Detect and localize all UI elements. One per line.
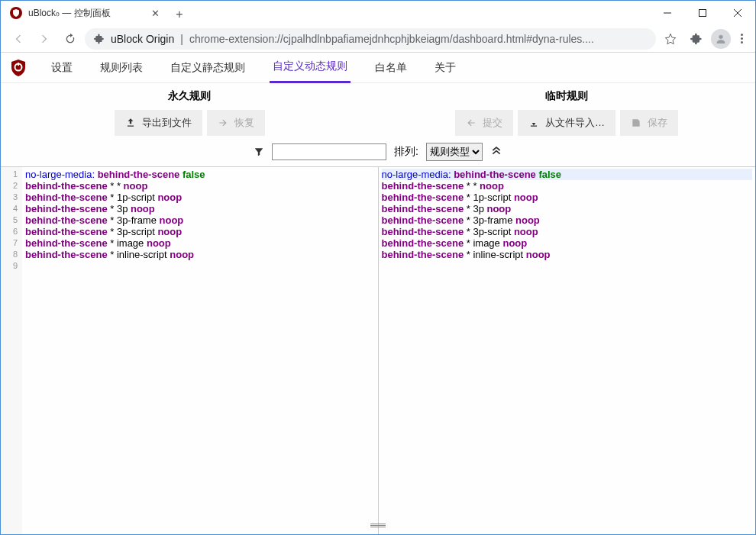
address-path: chrome-extension://cjpalhdlnbpafiamejdnh… <box>189 33 594 45</box>
rule-line[interactable]: behind-the-scene * 3p noop <box>382 203 753 214</box>
rule-line[interactable]: behind-the-scene * inline-script noop <box>25 249 375 260</box>
forward-button[interactable] <box>33 27 56 50</box>
sort-select[interactable]: 规则类型 <box>426 143 483 161</box>
export-button[interactable]: 导出到文件 <box>115 110 202 136</box>
commit-button: 提交 <box>455 110 513 136</box>
svg-rect-1 <box>699 10 706 17</box>
rule-line[interactable]: no-large-media: behind-the-scene false <box>25 169 375 180</box>
svg-point-4 <box>719 34 722 38</box>
filter-row: 排列: 规则类型 <box>1 140 755 167</box>
tab-strip: uBlock₀ — 控制面板 ✕ + <box>1 1 650 25</box>
sort-label: 排列: <box>394 145 418 159</box>
extensions-button[interactable] <box>685 27 708 50</box>
permanent-rules-editor[interactable]: 123456789 no-large-media: behind-the-sce… <box>1 167 379 534</box>
line-gutter-left: 123456789 <box>1 167 22 534</box>
permanent-actions: 导出到文件 恢复 <box>1 109 378 137</box>
dashboard-tabs: 设置 规则列表 自定义静态规则 自定义动态规则 白名单 关于 <box>1 53 755 83</box>
tab-filter-lists[interactable]: 规则列表 <box>97 53 146 83</box>
filter-input[interactable] <box>272 143 386 160</box>
rule-line[interactable]: behind-the-scene * * noop <box>382 180 753 192</box>
chevron-double-up-icon <box>490 144 502 156</box>
profile-avatar[interactable] <box>711 29 731 49</box>
rule-line[interactable]: no-large-media: behind-the-scene false <box>382 169 753 180</box>
rules-headers: 永久规则 临时规则 <box>1 83 755 106</box>
rule-line[interactable]: behind-the-scene * 3p-frame noop <box>25 214 375 226</box>
save-label: 保存 <box>648 116 667 130</box>
minimize-button[interactable] <box>650 1 685 25</box>
address-origin: uBlock Origin <box>111 33 174 45</box>
browser-tab[interactable]: uBlock₀ — 控制面板 ✕ <box>1 1 169 25</box>
revert-label: 恢复 <box>234 116 254 130</box>
temporary-rules-header: 临时规则 <box>378 83 755 106</box>
tab-settings[interactable]: 设置 <box>48 53 76 83</box>
browser-toolbar: uBlock Origin | chrome-extension://cjpal… <box>1 25 755 53</box>
svg-rect-6 <box>18 63 19 66</box>
rules-actions: 导出到文件 恢复 提交 从文件导入… 保存 <box>1 106 755 140</box>
window-controls <box>650 1 755 25</box>
ublock-favicon <box>10 7 22 19</box>
rule-line[interactable]: behind-the-scene * inline-script noop <box>382 249 753 260</box>
splitter-handle[interactable] <box>370 524 386 530</box>
permanent-rules-header: 永久规则 <box>1 83 378 106</box>
arrow-left-icon <box>466 118 477 128</box>
commit-label: 提交 <box>483 116 502 130</box>
ublock-dashboard: 设置 规则列表 自定义静态规则 自定义动态规则 白名单 关于 永久规则 临时规则… <box>1 53 755 534</box>
new-tab-button[interactable]: + <box>169 4 190 25</box>
temporary-rules-editor[interactable]: no-large-media: behind-the-scene falsebe… <box>379 167 756 534</box>
rule-line[interactable]: behind-the-scene * image noop <box>25 237 375 249</box>
ublock-logo-icon <box>10 60 27 76</box>
rule-line[interactable]: behind-the-scene * image noop <box>382 237 753 249</box>
rule-line[interactable]: behind-the-scene * 1p-script noop <box>25 192 375 203</box>
back-button[interactable] <box>7 27 30 50</box>
browser-tab-title: uBlock₀ — 控制面板 <box>28 7 149 20</box>
rule-line[interactable]: behind-the-scene * * noop <box>25 180 375 192</box>
rule-line[interactable]: behind-the-scene * 3p noop <box>25 203 375 214</box>
close-window-button[interactable] <box>720 1 755 25</box>
save-button: 保存 <box>620 110 678 136</box>
address-bar[interactable]: uBlock Origin | chrome-extension://cjpal… <box>85 28 656 50</box>
download-icon <box>528 118 539 128</box>
revert-button: 恢复 <box>207 110 265 136</box>
rule-line[interactable]: behind-the-scene * 1p-script noop <box>382 192 753 203</box>
reload-button[interactable] <box>59 27 82 50</box>
code-right[interactable]: no-large-media: behind-the-scene falsebe… <box>379 167 756 534</box>
filter-icon <box>254 147 264 157</box>
save-icon <box>631 118 641 128</box>
arrow-right-icon <box>218 118 228 128</box>
rules-editors: 123456789 no-large-media: behind-the-sce… <box>1 167 755 534</box>
rule-line[interactable]: behind-the-scene * 3p-script noop <box>25 226 375 237</box>
rule-line[interactable]: behind-the-scene * 3p-script noop <box>382 226 753 237</box>
bookmark-button[interactable] <box>659 27 682 50</box>
extension-icon <box>94 34 105 44</box>
collapse-button[interactable] <box>490 144 502 160</box>
export-label: 导出到文件 <box>142 116 192 130</box>
tab-about[interactable]: 关于 <box>431 53 459 83</box>
rule-line[interactable]: behind-the-scene * 3p-frame noop <box>382 214 753 226</box>
close-tab-icon[interactable]: ✕ <box>149 7 161 19</box>
import-label: 从文件导入… <box>545 116 605 130</box>
tab-whitelist[interactable]: 白名单 <box>372 53 410 83</box>
upload-icon <box>125 118 136 128</box>
address-separator: | <box>180 33 183 45</box>
browser-titlebar: uBlock₀ — 控制面板 ✕ + <box>1 1 755 25</box>
import-button[interactable]: 从文件导入… <box>518 110 615 136</box>
temporary-actions: 提交 从文件导入… 保存 <box>378 109 755 137</box>
tab-static-rules[interactable]: 自定义静态规则 <box>167 53 248 83</box>
maximize-button[interactable] <box>685 1 720 25</box>
tab-dynamic-rules[interactable]: 自定义动态规则 <box>270 53 351 83</box>
code-left[interactable]: no-large-media: behind-the-scene falsebe… <box>22 167 378 534</box>
menu-button[interactable] <box>734 34 749 44</box>
